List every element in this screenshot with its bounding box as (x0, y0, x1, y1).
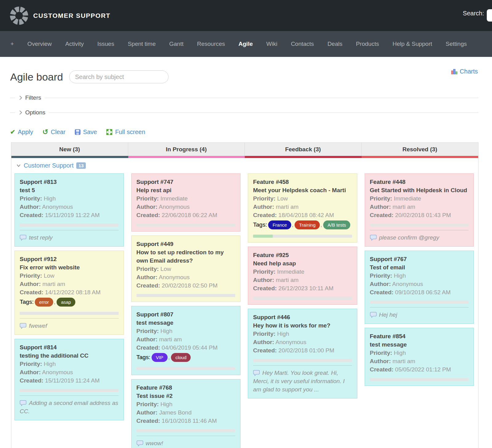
issue-card[interactable]: Support #912Fix error with websitePriori… (14, 251, 124, 335)
author-value: marti am (392, 358, 415, 364)
nav-item-deals[interactable]: Deals (321, 41, 349, 47)
issue-id[interactable]: Support #807 (137, 310, 236, 319)
issue-id[interactable]: Support #912 (20, 255, 119, 263)
swimlane-customer-support: Customer Support 13 (11, 158, 478, 172)
priority-label: Priority: (20, 272, 42, 279)
issue-id[interactable]: Support #449 (137, 240, 236, 248)
comment-bubble-icon (20, 400, 26, 406)
issue-card[interactable]: Support #767Test of emailPriority: HighA… (365, 251, 474, 324)
issue-id[interactable]: Support #814 (20, 343, 119, 351)
nav-item-gantt[interactable]: Gantt (162, 41, 190, 47)
charts-link[interactable]: Charts (451, 68, 478, 75)
chevron-down-icon[interactable] (16, 164, 21, 168)
created-label: Created: (253, 347, 277, 354)
clear-button[interactable]: ↺ Clear (42, 129, 65, 136)
nav-item-agile[interactable]: Agile (232, 41, 260, 47)
board-column: Feature #448Get Started with Helpdesk in… (362, 173, 478, 386)
save-button[interactable]: Save (75, 129, 97, 136)
nav-item-wiki[interactable]: Wiki (260, 41, 284, 47)
author-row: Author: James Bond (137, 408, 236, 417)
issue-card[interactable]: Support #449How to set up redirection to… (131, 236, 241, 302)
priority-value: Low (277, 195, 288, 202)
nav-item-[interactable]: + (4, 41, 21, 47)
nav-item-spent-time[interactable]: Spent time (121, 41, 162, 47)
nav-item-activity[interactable]: Activity (58, 41, 90, 47)
author-label: Author: (253, 339, 274, 345)
issue-card[interactable]: Support #446Hey how it is works for me?P… (248, 309, 357, 398)
priority-label: Priority: (137, 195, 159, 202)
progress-bar (137, 294, 236, 297)
created-value: 15/11/2019 11:22 AM (45, 212, 100, 218)
fullscreen-button[interactable]: Full screen (106, 129, 145, 136)
author-row: Author: Anonymous (20, 368, 119, 376)
issue-card[interactable]: Feature #925Need help asapPriority: Imme… (248, 247, 357, 305)
comment-text: Hey Marti. You look great. Hi, Merci, it… (253, 370, 345, 393)
issue-card[interactable]: Feature #768Test issue #2Priority: HighA… (131, 379, 241, 448)
author-row: Author: Anonymous (137, 273, 236, 281)
priority-value: High (161, 401, 173, 407)
issue-card[interactable]: Support #814testing the additional CCPri… (14, 339, 124, 420)
created-row: Created: 15/11/2019 11:24 AM (20, 376, 119, 385)
priority-value: Low (161, 266, 171, 272)
author-value: marti am (276, 277, 299, 283)
swimlane-count-badge: 13 (76, 162, 86, 169)
priority-label: Priority: (253, 331, 276, 337)
created-row: Created: 04/06/2019 05:44 PM (137, 343, 236, 352)
issue-card[interactable]: Support #807test messagePriority: HighAu… (131, 306, 241, 375)
issue-id[interactable]: Feature #768 (137, 383, 236, 392)
created-value: 20/02/2018 01:00 PM (278, 347, 334, 354)
issue-id[interactable]: Support #813 (20, 178, 119, 186)
issue-subject: How to set up redirection to my own Emai… (137, 248, 236, 265)
issue-card[interactable]: Feature #448Get Started with Helpdesk in… (365, 173, 474, 247)
tag-pill: France (268, 220, 291, 229)
priority-row: Priority: High (370, 272, 469, 280)
priority-label: Priority: (253, 268, 276, 275)
issue-card[interactable]: Support #813test 5Priority: HighAuthor: … (14, 173, 124, 247)
options-toggle[interactable]: Options (10, 109, 478, 116)
issue-subject: Fix error with website (20, 263, 119, 272)
issue-card[interactable]: Feature #458Meet your Helpdesk coach - M… (248, 173, 357, 243)
issue-id[interactable]: Feature #925 (253, 251, 352, 259)
nav-item-products[interactable]: Products (349, 41, 386, 47)
apply-button[interactable]: ✔ Apply (10, 128, 33, 136)
divider (253, 365, 352, 366)
created-row: Created: 20/02/2018 01:00 PM (253, 346, 352, 355)
board-column-accents (11, 156, 478, 158)
issue-card[interactable]: Support #747Help rest apiPriority: Immed… (131, 173, 241, 232)
floppy-save-icon (75, 129, 81, 135)
app-title: CUSTOMER SUPPORT (33, 12, 110, 19)
priority-row: Priority: High (253, 330, 352, 338)
author-label: Author: (137, 336, 158, 343)
created-value: 14/12/2022 08:18 AM (45, 289, 101, 295)
nav-item-issues[interactable]: Issues (90, 41, 121, 47)
priority-row: Priority: High (20, 360, 119, 368)
swimlane-link[interactable]: Customer Support (24, 162, 73, 169)
priority-row: Priority: Low (253, 194, 352, 203)
top-search-input[interactable] (487, 9, 492, 22)
priority-row: Priority: Low (20, 272, 119, 280)
nav-item-resources[interactable]: Resources (190, 41, 232, 47)
priority-label: Priority: (20, 361, 42, 367)
issue-id[interactable]: Feature #458 (253, 178, 352, 186)
created-label: Created: (20, 212, 43, 218)
priority-label: Priority: (137, 401, 159, 407)
column-header: Resolved (3) (362, 143, 478, 156)
issue-id[interactable]: Feature #448 (370, 178, 469, 186)
issue-id[interactable]: Support #446 (253, 313, 352, 321)
filters-toggle[interactable]: Filters (10, 94, 478, 101)
issue-id[interactable]: Support #767 (370, 255, 469, 263)
nav-item-contacts[interactable]: Contacts (284, 41, 321, 47)
created-value: 20/02/2018 01:43 PM (395, 212, 451, 218)
issue-card[interactable]: Feature #854test messagePriority: HighAu… (365, 328, 474, 386)
top-header: CUSTOMER SUPPORT Search: (0, 0, 492, 31)
issue-id[interactable]: Support #747 (137, 178, 236, 186)
nav-item-help-support[interactable]: Help & Support (386, 41, 439, 47)
page-title: Agile board (10, 71, 63, 83)
last-comment: Hey Marti. You look great. Hi, Merci, it… (253, 369, 352, 394)
author-row: Author: Anonymous (370, 280, 469, 288)
created-value: 22/06/2018 06:22 AM (162, 212, 217, 218)
issue-id[interactable]: Feature #854 (370, 332, 469, 340)
nav-item-settings[interactable]: Settings (439, 41, 474, 47)
nav-item-overview[interactable]: Overview (21, 41, 58, 47)
subject-search-input[interactable] (69, 70, 169, 83)
